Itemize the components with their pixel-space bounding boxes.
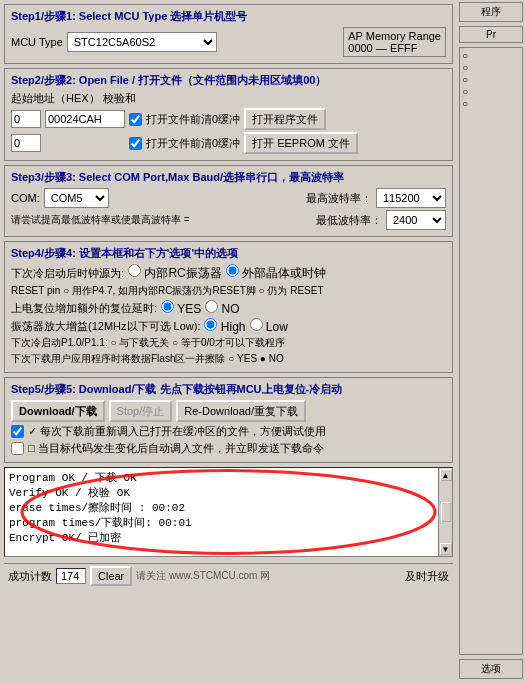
output-line2: Verify OK / 校验 OK <box>9 485 434 500</box>
open-eeprom-btn[interactable]: 打开 EEPROM 文件 <box>244 132 358 154</box>
p0p1-label: 下次冷启动P1.0/P1.1: ○ 与下载无关 ○ 等于0/0才可以下载程序 <box>11 336 285 350</box>
output-area: Program OK / 下载 OK Verify OK / 校验 OK era… <box>4 467 453 557</box>
min-baud-select[interactable]: 2400 <box>386 210 446 230</box>
scroll-down-btn[interactable]: ▼ <box>440 543 452 555</box>
step3-box: Step3/步骤3: Select COM Port,Max Baud/选择串行… <box>4 165 453 237</box>
right-opt1: ○ <box>462 50 520 61</box>
ap-range-start: 0000 <box>348 42 372 54</box>
step4-box: Step4/步骤4: 设置本框和右下方'选项'中的选项 下次冷启动后时钟源为: … <box>4 241 453 373</box>
mcu-type-label: MCU Type <box>11 36 63 48</box>
right-options-area: ○ ○ ○ ○ ○ <box>459 47 523 655</box>
step1-box: Step1/步骤1: Select MCU Type 选择单片机型号 MCU T… <box>4 4 453 64</box>
checksum1-input[interactable] <box>45 110 125 128</box>
ap-range-dash: — <box>376 42 390 54</box>
open-prog-btn[interactable]: 打开程序文件 <box>244 108 326 130</box>
prog-label: 程序 <box>459 2 523 22</box>
success-count-value: 174 <box>56 568 86 584</box>
step4-title: Step4/步骤4: 设置本框和右下方'选项'中的选项 <box>11 246 446 261</box>
download-btn[interactable]: Download/下载 <box>11 400 105 422</box>
com-select[interactable]: COM5 <box>44 188 109 208</box>
right-select-label: 选项 <box>459 659 523 679</box>
right-opt4: ○ <box>462 86 520 97</box>
right-text: 及时升级 <box>405 569 449 584</box>
ap-range-label: AP Memory Range <box>348 30 441 42</box>
pr-text: Pr <box>486 29 496 40</box>
osc-opt2[interactable]: 外部晶体或时钟 <box>226 264 326 282</box>
right-opt5: ○ <box>462 98 520 109</box>
output-line1: Program OK / 下载 OK <box>9 470 434 485</box>
osc-opt1[interactable]: 内部RC振荡器 <box>128 264 222 282</box>
scroll-thumb[interactable] <box>441 502 451 522</box>
auto-label: □ 当目标代码发生变化后自动调入文件，并立即发送下载命令 <box>28 441 324 456</box>
step2-title: Step2/步骤2: Open File / 打开文件（文件范围内未用区域填00… <box>11 73 446 88</box>
reset-pin-label: RESET pin ○ 用作P4.7, 如用内部RC振荡仍为RESET脚 ○ 仍… <box>11 284 324 298</box>
success-count-label: 成功计数 <box>8 569 52 584</box>
auto-check[interactable] <box>11 442 24 455</box>
clear-btn[interactable]: Clear <box>90 566 132 586</box>
amp-low[interactable]: Low <box>250 318 288 334</box>
output-line4: program times/下载时间: 00:01 <box>9 515 434 530</box>
redownload-btn[interactable]: Re-Download/重复下载 <box>176 400 306 422</box>
ap-range-box: AP Memory Range 0000 — EFFF <box>343 27 446 57</box>
scrollbar[interactable]: ▲ ▼ <box>438 468 452 556</box>
amp-high[interactable]: High <box>204 318 245 334</box>
max-baud-label: 最高波特率： <box>306 191 372 206</box>
addr2-input[interactable] <box>11 134 41 152</box>
clear-buf2-label: 打开文件前清0缓冲 <box>146 136 240 151</box>
scroll-up-btn[interactable]: ▲ <box>440 469 452 481</box>
ap-range-end: EFFF <box>390 42 418 54</box>
start-addr-label: 起始地址（HEX） 校验和 <box>11 91 446 106</box>
right-opt3: ○ <box>462 74 520 85</box>
step5-title: Step5/步骤5: Download/下载 先点下载按钮再MCU上电复位-冷启… <box>11 382 446 397</box>
stop-btn[interactable]: Stop/停止 <box>109 400 173 422</box>
output-inner: Program OK / 下载 OK Verify OK / 校验 OK era… <box>5 468 438 556</box>
flash-label: 下次下载用户应用程序时将数据Flash区一并擦除 ○ YES ● NO <box>11 352 284 366</box>
output-with-scroll: Program OK / 下载 OK Verify OK / 校验 OK era… <box>4 467 453 557</box>
right-opt2: ○ <box>462 62 520 73</box>
clear-buf1-check[interactable] <box>129 113 142 126</box>
reload-check[interactable] <box>11 425 24 438</box>
reset-yes[interactable]: YES <box>161 300 201 316</box>
mcu-type-select[interactable]: STC12C5A60S2 <box>67 32 217 52</box>
step1-title: Step1/步骤1: Select MCU Type 选择单片机型号 <box>11 9 446 24</box>
url-text: 请关注 www.STCMCU.com 网 <box>136 569 270 583</box>
output-line5: Encrypt OK/ 已加密 <box>9 530 434 545</box>
amp-label: 振荡器放大增益(12MHz以下可选 Low): <box>11 319 200 334</box>
amp-high-label: High <box>221 320 246 334</box>
right-select-text: 选项 <box>481 663 501 674</box>
addr1-input[interactable] <box>11 110 41 128</box>
min-baud-label: 最低波特率： <box>316 213 382 228</box>
baud-note: 请尝试提高最低波特率或使最高波特率 = <box>11 213 190 227</box>
reset-no[interactable]: NO <box>205 300 239 316</box>
prog-text: 程序 <box>481 6 501 17</box>
output-line3: erase times/擦除时间 : 00:02 <box>9 500 434 515</box>
step5-box: Step5/步骤5: Download/下载 先点下载按钮再MCU上电复位-冷启… <box>4 377 453 463</box>
clear-buf2-check[interactable] <box>129 137 142 150</box>
step3-title: Step3/步骤3: Select COM Port,Max Baud/选择串行… <box>11 170 446 185</box>
reset-extra-label: 上电复位增加额外的复位延时: <box>11 301 157 316</box>
right-panel: 程序 Pr ○ ○ ○ ○ ○ 选项 <box>457 0 525 683</box>
reload-label: ✓ 每次下载前重新调入已打开在缓冲区的文件，方便调试使用 <box>28 424 326 439</box>
step2-box: Step2/步骤2: Open File / 打开文件（文件范围内未用区域填00… <box>4 68 453 161</box>
amp-low-label: Low <box>266 320 288 334</box>
osc-label: 下次冷启动后时钟源为: <box>11 266 124 281</box>
clear-buf1-label: 打开文件前清0缓冲 <box>146 112 240 127</box>
status-bar: 成功计数 174 Clear 请关注 www.STCMCU.com 网 及时升级 <box>4 563 453 588</box>
com-label: COM: <box>11 192 40 204</box>
max-baud-select[interactable]: 115200 <box>376 188 446 208</box>
pr-label: Pr <box>459 26 523 43</box>
